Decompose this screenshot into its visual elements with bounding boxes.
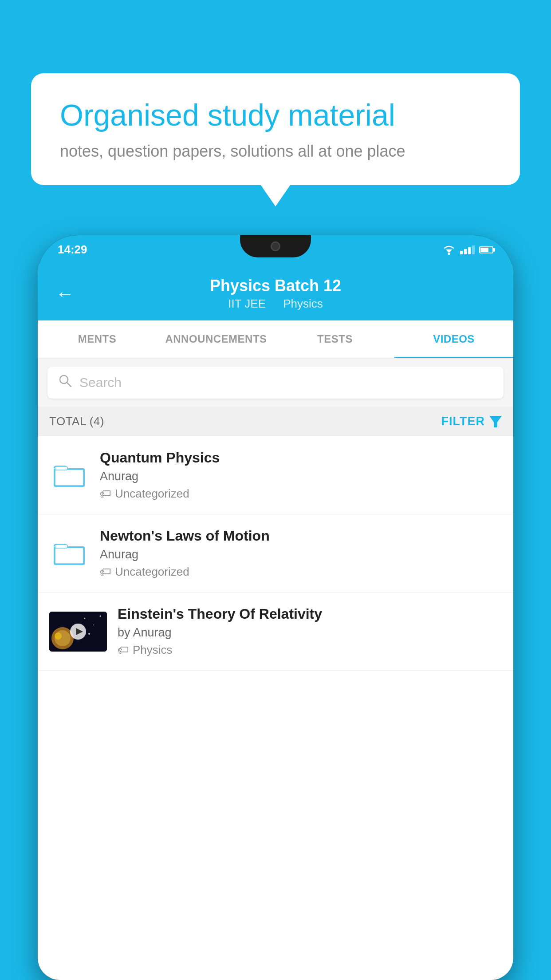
svg-point-1 xyxy=(448,253,450,255)
video-thumbnail xyxy=(49,612,107,652)
svg-line-3 xyxy=(67,383,71,387)
search-container: Search xyxy=(38,359,513,407)
video-item-info: Quantum Physics Anurag 🏷 Uncategorized xyxy=(100,450,502,501)
app-header: ← Physics Batch 12 IIT JEE Physics xyxy=(38,264,513,320)
battery-icon xyxy=(479,246,493,253)
svg-point-15 xyxy=(84,617,86,619)
svg-rect-10 xyxy=(55,545,67,548)
tabs-container: MENTS ANNOUNCEMENTS TESTS VIDEOS xyxy=(38,320,513,359)
tab-ments[interactable]: MENTS xyxy=(38,320,157,358)
filter-button[interactable]: FILTER xyxy=(441,415,502,428)
speech-bubble-subtitle: notes, question papers, solutions all at… xyxy=(60,142,491,161)
video-title: Newton's Laws of Motion xyxy=(100,528,502,544)
status-bar: 14:29 xyxy=(38,235,513,264)
video-title: Quantum Physics xyxy=(100,450,502,466)
phone-frame: 14:29 xyxy=(38,235,513,980)
svg-rect-9 xyxy=(55,548,83,564)
camera-icon xyxy=(271,241,280,251)
svg-point-19 xyxy=(88,633,90,635)
search-bar[interactable]: Search xyxy=(47,367,504,399)
svg-rect-6 xyxy=(55,470,83,486)
filter-label: FILTER xyxy=(441,415,485,428)
video-item-info: Newton's Laws of Motion Anurag 🏷 Uncateg… xyxy=(100,528,502,579)
tab-videos[interactable]: VIDEOS xyxy=(394,320,513,358)
svg-marker-0 xyxy=(446,249,452,253)
speech-bubble: Organised study material notes, question… xyxy=(31,73,520,185)
status-time: 14:29 xyxy=(58,243,87,257)
tag-icon: 🏷 xyxy=(118,643,129,657)
header-subtitle: IIT JEE Physics xyxy=(85,297,466,311)
tag-label: Uncategorized xyxy=(115,487,189,501)
header-title-area: Physics Batch 12 IIT JEE Physics xyxy=(85,277,466,311)
list-item[interactable]: Einstein's Theory Of Relativity by Anura… xyxy=(38,593,513,671)
svg-marker-4 xyxy=(489,416,502,427)
list-item[interactable]: Quantum Physics Anurag 🏷 Uncategorized xyxy=(38,436,513,514)
list-item[interactable]: Newton's Laws of Motion Anurag 🏷 Uncateg… xyxy=(38,514,513,593)
video-item-info: Einstein's Theory Of Relativity by Anura… xyxy=(118,606,502,657)
header-subtitle-1: IIT JEE xyxy=(228,297,266,310)
status-icons xyxy=(442,245,493,255)
svg-rect-7 xyxy=(55,466,67,470)
folder-icon xyxy=(49,462,89,489)
tab-tests[interactable]: TESTS xyxy=(276,320,394,358)
tab-announcements[interactable]: ANNOUNCEMENTS xyxy=(157,320,276,358)
back-button[interactable]: ← xyxy=(55,285,74,303)
signal-icon xyxy=(460,245,475,254)
svg-point-16 xyxy=(93,624,94,625)
speech-bubble-container: Organised study material notes, question… xyxy=(31,73,520,185)
header-subtitle-2: Physics xyxy=(283,297,323,310)
video-author: Anurag xyxy=(100,470,502,483)
svg-point-14 xyxy=(55,632,62,640)
video-tag: 🏷 Uncategorized xyxy=(100,565,502,579)
video-list: Quantum Physics Anurag 🏷 Uncategorized xyxy=(38,436,513,671)
tag-icon: 🏷 xyxy=(100,565,111,579)
video-tag: 🏷 Physics xyxy=(118,643,502,657)
phone-screen: ← Physics Batch 12 IIT JEE Physics MENTS… xyxy=(38,264,513,980)
tag-label: Physics xyxy=(133,643,173,657)
tag-label: Uncategorized xyxy=(115,565,189,579)
filter-row: TOTAL (4) FILTER xyxy=(38,407,513,436)
tag-icon: 🏷 xyxy=(100,487,111,501)
svg-point-17 xyxy=(100,615,101,616)
video-title: Einstein's Theory Of Relativity xyxy=(118,606,502,622)
video-author: by Anurag xyxy=(118,626,502,640)
header-title: Physics Batch 12 xyxy=(85,277,466,295)
wifi-icon xyxy=(442,245,456,255)
filter-icon xyxy=(489,416,502,427)
total-count: TOTAL (4) xyxy=(49,415,104,428)
search-input[interactable]: Search xyxy=(79,375,122,390)
phone-notch xyxy=(240,235,311,257)
search-icon xyxy=(58,374,72,391)
video-author: Anurag xyxy=(100,548,502,561)
folder-icon xyxy=(49,540,89,567)
video-tag: 🏷 Uncategorized xyxy=(100,487,502,501)
speech-bubble-title: Organised study material xyxy=(60,98,491,132)
